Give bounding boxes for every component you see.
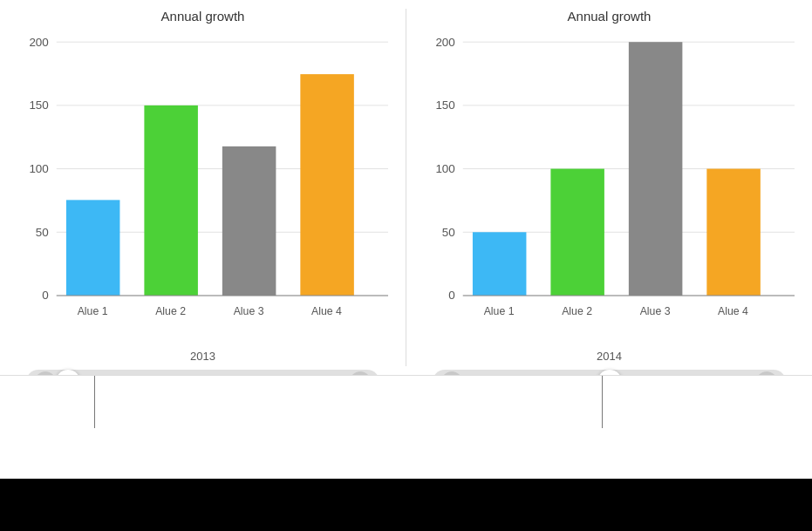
- chart-1-svg: 200 150 100 50 0 Alue 1 Alue 2 Alue: [17, 31, 388, 346]
- annotation-right-line: [602, 376, 603, 428]
- svg-text:Alue 4: Alue 4: [718, 305, 748, 317]
- bar-2-3: [629, 42, 683, 296]
- bar-2-1: [473, 232, 527, 296]
- bar-2-4: [706, 169, 761, 296]
- svg-text:Alue 3: Alue 3: [640, 305, 671, 317]
- chart-2-container: Annual growth 200 150 100 50 0: [406, 0, 812, 375]
- svg-text:100: 100: [435, 162, 454, 175]
- svg-text:0: 0: [42, 289, 48, 302]
- bar-1-4: [300, 74, 354, 296]
- svg-text:Alue 4: Alue 4: [311, 305, 342, 317]
- chart-1-title: Annual growth: [161, 9, 245, 24]
- svg-text:100: 100: [29, 162, 48, 175]
- chart-2-svg: 200 150 100 50 0 Alue 1 Alue 2 Alue 3: [424, 31, 795, 346]
- svg-text:Alue 3: Alue 3: [234, 305, 264, 317]
- bar-2-2: [550, 169, 604, 296]
- annotation-area: [0, 375, 812, 479]
- svg-text:50: 50: [36, 226, 49, 239]
- annotation-left-line: [94, 376, 95, 428]
- annotation-left: [94, 376, 95, 428]
- chart-2-title: Annual growth: [568, 9, 652, 24]
- svg-text:0: 0: [448, 289, 454, 302]
- bar-1-3: [222, 146, 276, 296]
- svg-text:Alue 1: Alue 1: [484, 305, 515, 317]
- chart-2-year: 2014: [597, 346, 622, 370]
- chart-1-area: 200 150 100 50 0 Alue 1 Alue 2 Alue: [17, 31, 388, 346]
- chart-1-container: Annual growth 200 150 100 50 0: [0, 0, 406, 375]
- charts-area: Annual growth 200 150 100 50 0: [0, 0, 812, 375]
- svg-text:200: 200: [29, 36, 48, 49]
- svg-text:50: 50: [442, 226, 455, 239]
- svg-text:Alue 1: Alue 1: [78, 305, 108, 317]
- black-bottom: [0, 479, 812, 531]
- svg-text:200: 200: [435, 36, 454, 49]
- svg-text:150: 150: [435, 99, 454, 112]
- chart-2-area: 200 150 100 50 0 Alue 1 Alue 2 Alue 3: [424, 31, 795, 346]
- annotation-right: [602, 376, 603, 428]
- bar-1-2: [144, 106, 198, 296]
- chart-1-year: 2013: [190, 346, 215, 370]
- svg-text:Alue 2: Alue 2: [562, 305, 592, 317]
- svg-text:Alue 2: Alue 2: [155, 305, 186, 317]
- bar-1-1: [66, 200, 120, 296]
- svg-text:150: 150: [29, 99, 48, 112]
